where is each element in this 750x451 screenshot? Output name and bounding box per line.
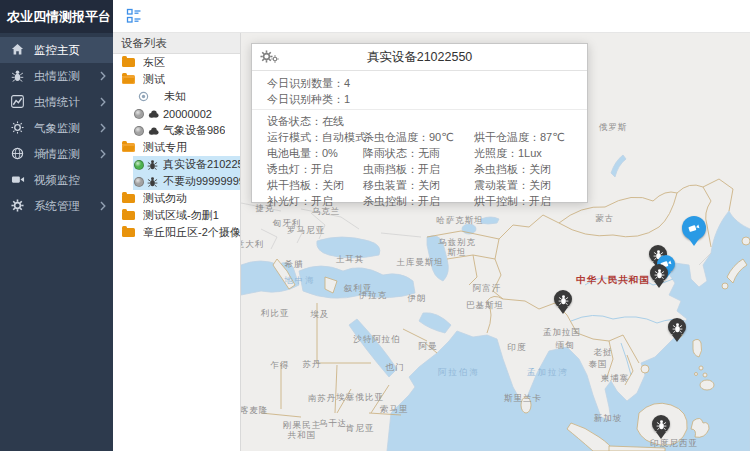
video-icon — [11, 173, 25, 187]
device-list-header: 设备列表 — [113, 33, 240, 54]
pin-tail — [558, 307, 568, 314]
map-pin-insect-device[interactable] — [554, 290, 572, 314]
tree-folder[interactable]: 测试勿动 — [113, 190, 240, 207]
tree-folder[interactable]: 测试 — [113, 71, 240, 88]
status-dot-offline — [134, 126, 144, 136]
chevron-right-icon — [100, 97, 106, 107]
sidebar-item-insect-stats[interactable]: 虫情统计 — [0, 89, 113, 115]
popup-field: 烘干挡板：关闭 — [267, 177, 363, 193]
sidebar-item-label: 监控主页 — [34, 43, 80, 58]
home-icon — [11, 43, 25, 57]
popup-device-status: 设备状态：在线 — [252, 113, 587, 129]
tree-toggle-icon[interactable] — [126, 8, 142, 24]
sidebar-item-label: 虫情统计 — [34, 95, 80, 110]
popup-field: 杀虫控制：开启 — [363, 193, 474, 209]
popup-field: 电池电量：0% — [267, 145, 363, 161]
map-canvas[interactable]: 俄罗斯蒙古哈萨克斯坦乌克兰捷克匈牙利罗马尼亚意大利希腊土耳其土库曼斯坦乌兹别克 … — [241, 33, 750, 451]
popup-field: 降雨状态：无雨 — [363, 145, 474, 161]
topbar: 农业四情测报平台 — [0, 0, 750, 33]
tree-item-label: 测试 — [143, 72, 165, 87]
popup-field: 烘干仓温度：87℃ — [474, 129, 587, 145]
cloud-icon — [147, 108, 160, 120]
insect-icon — [147, 159, 160, 171]
map-pin-insect-device[interactable] — [650, 264, 668, 288]
popup-field: 杀虫仓温度：90℃ — [363, 129, 474, 145]
settings-gears-icon[interactable] — [260, 50, 279, 63]
tree-device[interactable]: 真实设备21022550 — [113, 156, 240, 173]
camera-icon — [682, 216, 706, 240]
tree-device[interactable]: 气象设备986 — [113, 122, 240, 139]
chevron-right-icon — [100, 149, 106, 159]
cloud-icon — [147, 125, 160, 137]
popup-header: 真实设备21022550 — [252, 44, 587, 71]
tree-folder[interactable]: 测试专用 — [113, 139, 240, 156]
sidebar-item-weather-monitor[interactable]: 气象监测 — [0, 115, 113, 141]
tree-folder[interactable]: 测试区域-勿删1 — [113, 207, 240, 224]
tree-device[interactable]: 20000002 — [113, 105, 240, 122]
sidebar-item-insect-monitor[interactable]: 虫情监测 — [0, 63, 113, 89]
insect-icon — [652, 415, 670, 433]
sidebar-item-soil-monitor[interactable]: 墒情监测 — [0, 141, 113, 167]
insect-icon — [668, 318, 686, 336]
gear-icon — [11, 199, 25, 213]
status-dot-online — [134, 160, 144, 170]
globe-icon — [11, 147, 25, 161]
map-pin-insect-device[interactable] — [668, 318, 686, 342]
chevron-right-icon — [100, 201, 106, 211]
tree-folder[interactable]: 东区 — [113, 54, 240, 71]
sidebar-item-system-admin[interactable]: 系统管理 — [0, 193, 113, 219]
tree-item-label: 20000002 — [163, 108, 212, 120]
folder-open-icon — [122, 143, 135, 152]
status-dot-offline — [134, 177, 144, 187]
popup-summary-field: 今日识别数量：4 — [252, 75, 587, 91]
status-dot-offline — [134, 109, 144, 119]
tree-item-label: 章丘阳丘区-2个摄像头 — [143, 225, 240, 240]
pin-tail — [689, 239, 699, 246]
chevron-right-icon — [100, 71, 106, 81]
sidebar-item-video-monitor[interactable]: 视频监控 — [0, 167, 113, 193]
chevron-right-icon — [100, 123, 106, 133]
pin-tail — [672, 335, 682, 342]
folder-closed-icon — [122, 194, 135, 203]
sidebar-item-home[interactable]: 监控主页 — [0, 37, 113, 63]
popup-field: 运行模式：自动模式 — [267, 129, 363, 145]
popup-summary-field: 今日识别种类：1 — [252, 91, 587, 107]
insect-icon — [554, 290, 572, 308]
map-pin-camera-device[interactable] — [682, 216, 706, 246]
tree-item-label: 测试区域-勿删1 — [143, 208, 219, 223]
popup-field: 杀虫挡板：关闭 — [474, 161, 587, 177]
device-info-popup: 真实设备21022550 今日识别数量：4今日识别种类：1设备状态：在线运行模式… — [251, 43, 588, 203]
folder-closed-icon — [122, 58, 135, 67]
sidebar-nav: 监控主页虫情监测虫情统计气象监测墒情监测视频监控系统管理 — [0, 33, 113, 451]
pin-tail — [654, 281, 664, 288]
sidebar-item-label: 系统管理 — [34, 199, 80, 214]
insect-icon — [650, 264, 668, 282]
tree-item-label: 测试勿动 — [143, 191, 187, 206]
popup-body: 今日识别数量：4今日识别种类：1设备状态：在线运行模式：自动模式杀虫仓温度：90… — [252, 75, 587, 209]
sun-icon — [11, 121, 25, 135]
popup-field: 光照度：1Lux — [474, 145, 587, 161]
tree-item-label: 测试专用 — [143, 140, 187, 155]
tree-device[interactable]: 不要动99999999 — [113, 173, 240, 190]
popup-field: 移虫装置：关闭 — [363, 177, 474, 193]
popup-device-title: 真实设备21022550 — [367, 49, 473, 66]
tree-item-label: 不要动99999999 — [163, 174, 240, 189]
topbar-toolbar — [113, 0, 750, 33]
tree-item-label: 未知 — [164, 89, 186, 104]
map-pin-insect-device[interactable] — [652, 415, 670, 439]
tree-item-label: 东区 — [143, 55, 165, 70]
tree-folder[interactable]: 章丘阳丘区-2个摄像头 — [113, 224, 240, 241]
sidebar-item-label: 虫情监测 — [34, 69, 80, 84]
sidebar-item-label: 视频监控 — [34, 173, 80, 188]
popup-field: 烘干控制：开启 — [474, 193, 587, 209]
folder-open-icon — [122, 75, 135, 84]
device-tree: 东区测试未知20000002气象设备986测试专用真实设备21022550不要动… — [113, 54, 240, 241]
app-title: 农业四情测报平台 — [0, 0, 113, 33]
popup-field: 震动装置：关闭 — [474, 177, 587, 193]
popup-metrics-grid: 运行模式：自动模式杀虫仓温度：90℃烘干仓温度：87℃电池电量：0%降雨状态：无… — [252, 129, 587, 209]
popup-field: 虫雨挡板：开启 — [363, 161, 474, 177]
app-window: 农业四情测报平台 监控主页虫情监测虫情统计气象监测墒情监测视频监控系统管理 设备… — [0, 0, 750, 451]
sidebar-item-label: 墒情监测 — [34, 147, 80, 162]
sidebar-item-label: 气象监测 — [34, 121, 80, 136]
tree-device[interactable]: 未知 — [113, 88, 240, 105]
